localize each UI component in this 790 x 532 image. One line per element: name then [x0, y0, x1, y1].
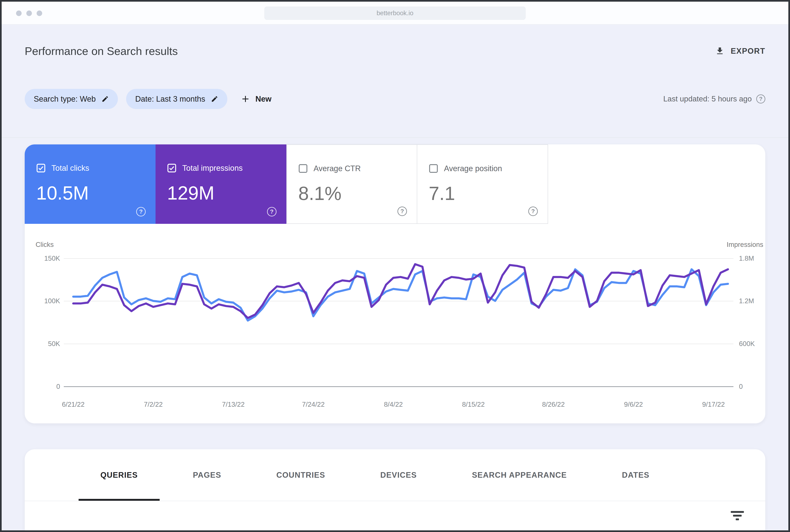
metric-value: 8.1%	[298, 184, 342, 203]
metric-value: 10.5M	[36, 184, 89, 203]
page-title: Performance on Search results	[25, 45, 178, 57]
url-text: betterbook.io	[377, 10, 413, 17]
metric-label: Total clicks	[52, 164, 89, 173]
download-icon	[715, 46, 725, 56]
checkbox-checked-icon[interactable]	[36, 163, 46, 173]
pencil-icon[interactable]	[211, 95, 218, 103]
plus-icon	[241, 94, 250, 103]
header-divider	[2, 137, 788, 138]
last-updated: Last updated: 5 hours ago ?	[663, 94, 765, 103]
export-button[interactable]: EXPORT	[715, 46, 765, 56]
metric-tile-average-position[interactable]: Average position 7.1 ?	[417, 145, 548, 224]
date-range-chip[interactable]: Date: Last 3 months	[126, 89, 227, 109]
date-range-chip-label: Date: Last 3 months	[135, 95, 205, 103]
metric-label: Average CTR	[313, 164, 361, 173]
pencil-icon[interactable]	[101, 95, 109, 103]
metric-value: 129M	[167, 184, 214, 203]
export-label: EXPORT	[731, 47, 765, 56]
metric-label: Total impressions	[182, 164, 243, 173]
window-controls[interactable]	[16, 11, 42, 16]
app-window: betterbook.io Performance on Search resu…	[0, 0, 790, 532]
dimension-tabs: QUERIES PAGES COUNTRIES DEVICES SEARCH A…	[25, 449, 765, 501]
last-updated-text: Last updated: 5 hours ago	[663, 95, 752, 103]
table-toolbar	[25, 501, 765, 532]
new-filter-button[interactable]: New	[241, 94, 271, 103]
help-icon[interactable]: ?	[756, 94, 765, 103]
tab-search-appearance[interactable]: SEARCH APPEARANCE	[450, 449, 589, 501]
tab-devices[interactable]: DEVICES	[359, 449, 439, 501]
tab-queries[interactable]: QUERIES	[79, 449, 160, 501]
tab-countries[interactable]: COUNTRIES	[254, 449, 347, 501]
metric-label: Average position	[444, 164, 502, 173]
help-icon[interactable]: ?	[398, 207, 407, 216]
window-dot-icon[interactable]	[16, 11, 22, 16]
search-type-chip[interactable]: Search type: Web	[25, 89, 118, 109]
search-type-chip-label: Search type: Web	[34, 95, 96, 103]
metric-tile-average-ctr[interactable]: Average CTR 8.1% ?	[286, 145, 417, 224]
address-bar[interactable]: betterbook.io	[264, 6, 526, 20]
performance-chart: Clicks Impressions 150K 100K 50K 0 1.8M …	[25, 235, 765, 420]
tab-pages[interactable]: PAGES	[171, 449, 243, 501]
performance-chart-lines	[25, 235, 765, 420]
window-dot-icon[interactable]	[26, 11, 32, 16]
checkbox-unchecked-icon[interactable]	[429, 164, 438, 173]
metric-value: 7.1	[429, 184, 455, 203]
filter-icon[interactable]	[731, 511, 744, 520]
browser-chrome: betterbook.io	[2, 2, 788, 25]
metric-tile-total-impressions[interactable]: Total impressions 129M ?	[156, 145, 286, 224]
active-tab-underline	[79, 499, 160, 501]
dimensions-panel: QUERIES PAGES COUNTRIES DEVICES SEARCH A…	[25, 449, 765, 532]
line-impressions	[73, 264, 728, 318]
new-filter-label: New	[255, 95, 271, 103]
checkbox-unchecked-icon[interactable]	[298, 164, 308, 173]
help-icon[interactable]: ?	[528, 207, 538, 216]
tab-dates[interactable]: DATES	[600, 449, 671, 501]
window-dot-icon[interactable]	[37, 11, 42, 16]
checkbox-checked-icon[interactable]	[167, 163, 176, 173]
performance-panel: Total clicks 10.5M ? Total impressions 1…	[25, 145, 765, 423]
help-icon[interactable]: ?	[136, 207, 146, 216]
help-icon[interactable]: ?	[267, 207, 276, 216]
metric-tile-total-clicks[interactable]: Total clicks 10.5M ?	[25, 145, 156, 224]
